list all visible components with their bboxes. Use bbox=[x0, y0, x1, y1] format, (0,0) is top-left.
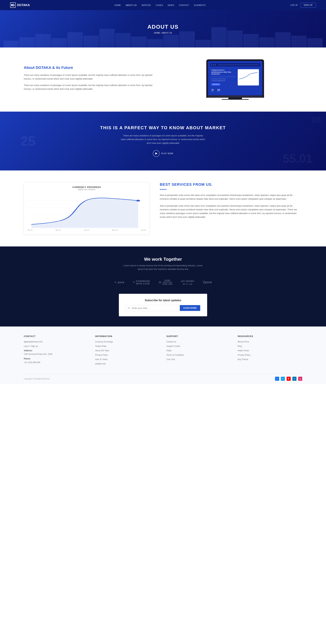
social-youtube[interactable]: ▶ bbox=[287, 377, 291, 381]
partners-heading-bold: Together bbox=[163, 256, 182, 262]
play-circle-icon bbox=[153, 150, 160, 157]
play-button[interactable]: PLAY NOW bbox=[153, 150, 173, 157]
partner-logo-2: ✿ HANDCRAFTEDSARA ANN bbox=[159, 280, 173, 285]
partner-logo-4: 7pure bbox=[203, 280, 212, 284]
subscribe-box: Subscribe for latest updates ✉ SUBSCRIBE bbox=[119, 294, 207, 316]
services-underline bbox=[160, 189, 167, 190]
nav-elements[interactable]: ELEMENTS bbox=[194, 4, 206, 6]
footer-resources-heading: RESOURCES bbox=[238, 335, 302, 338]
nav-cases[interactable]: CASES bbox=[156, 4, 163, 6]
partner-icon-2: ✿ bbox=[159, 280, 161, 284]
social-instagram[interactable]: ig bbox=[298, 377, 302, 381]
footer-info-heading: INFORMATION bbox=[95, 335, 160, 338]
footer-col-contact: CONTACT dgtaka@domain.info Log in / Sign… bbox=[24, 335, 88, 367]
laptop-cta-btn: Learn More bbox=[211, 83, 220, 86]
partner-text-2: HANDCRAFTEDSARA ANN bbox=[162, 280, 173, 285]
about-section: About DGTAKA & its Future There are many… bbox=[0, 48, 326, 112]
laptop-screen-heading: Cryptocurrency is pseudonymous rather th… bbox=[211, 69, 236, 75]
email-icon: ✉ bbox=[126, 307, 132, 309]
partner-icon-1: ♥ bbox=[133, 280, 135, 284]
chart-label-0: Jan-18 bbox=[27, 229, 33, 231]
bg-number-3: 08 bbox=[311, 115, 321, 125]
chart-area bbox=[27, 194, 146, 228]
subscribe-heading: Subscribe for latest updates bbox=[126, 299, 200, 302]
footer-terms-link[interactable]: Terms & Conditions bbox=[166, 354, 231, 356]
social-linkedin[interactable]: in bbox=[292, 377, 296, 381]
footer-col-support: SUPPORT Contact us Support Center Helps … bbox=[166, 335, 231, 367]
services-para2: Sed ut perspiciatis unde omnis iste natu… bbox=[160, 204, 302, 219]
laptop-dot-3 bbox=[215, 64, 216, 65]
footer-contactus-link[interactable]: Contact us bbox=[166, 340, 231, 343]
laptop-navbar bbox=[210, 63, 260, 66]
chart-label-4: Jun-19 bbox=[141, 229, 146, 231]
subscribe-button[interactable]: SUBSCRIBE bbox=[180, 305, 200, 311]
bg-number-2: 55.01 bbox=[283, 152, 312, 165]
nav-about[interactable]: ABOUT US bbox=[126, 4, 137, 6]
footer-buy-theme-link[interactable]: Buy Theme bbox=[238, 358, 302, 361]
navbar-actions: LOG IN SIGN UP bbox=[290, 3, 316, 8]
footer-about-link[interactable]: About DG-Taka bbox=[95, 349, 160, 352]
about-para1: There are many variations of passages of… bbox=[24, 73, 158, 81]
footer-todays-rate-link[interactable]: Todays Rate bbox=[95, 345, 160, 348]
copyright-text: Copyright © All Right Reserved bbox=[24, 378, 50, 380]
nav-contact[interactable]: CONTACT bbox=[179, 4, 189, 6]
partner-text-4: 7pure bbox=[203, 280, 212, 284]
footer: CONTACT dgtaka@domain.info Log in / Sign… bbox=[0, 326, 326, 384]
footer-support-center-link[interactable]: Support Center bbox=[166, 345, 231, 348]
breadcrumb-home: HOME bbox=[154, 32, 160, 34]
breadcrumb: HOME / ABOUT US bbox=[154, 32, 172, 34]
signup-button[interactable]: SIGN UP bbox=[300, 3, 316, 8]
footer-helps-link[interactable]: Helps bbox=[166, 349, 231, 352]
footer-contact-heading: CONTACT bbox=[24, 335, 88, 338]
breadcrumb-current: ABOUT US bbox=[162, 32, 172, 34]
hero-bars bbox=[0, 27, 326, 48]
footer-ewallet-link[interactable]: eWallet Info bbox=[95, 362, 160, 365]
footer-how-to-video-link[interactable]: How To Video bbox=[95, 358, 160, 361]
footer-email-link[interactable]: dgtaka@domain.info bbox=[24, 340, 88, 343]
services-box: BEST SERVICES FROM US. Sed ut perspiciat… bbox=[160, 182, 302, 222]
chart-label-1: Mar-19 bbox=[56, 229, 61, 231]
chart-label-3: May-19 bbox=[112, 229, 118, 231]
chart-title: CURRENCY PROGRESS bbox=[27, 186, 146, 188]
nav-service[interactable]: SERVICE bbox=[141, 4, 151, 6]
footer-bitcoin-price-link[interactable]: Bitcoin Price bbox=[238, 340, 302, 343]
chart-labels: Jan-18 Mar-19 Apr-19 May-19 Jun-19 bbox=[27, 229, 146, 231]
footer-helps-portal-link[interactable]: Helps Portal bbox=[238, 349, 302, 352]
partners-heading: We work Together bbox=[24, 256, 302, 262]
footer-currency-exchange-link[interactable]: Currency Exchange bbox=[95, 340, 160, 343]
footer-bottom: Copyright © All Right Reserved f t ▶ in … bbox=[24, 374, 302, 381]
logo-icon bbox=[10, 2, 16, 8]
subscribe-email-input[interactable] bbox=[132, 305, 180, 311]
laptop-base bbox=[208, 95, 262, 98]
currency-section: CURRENCY PROGRESS Digital Coin Progress … bbox=[0, 170, 326, 246]
svg-rect-2 bbox=[14, 4, 15, 6]
currency-chart-box: CURRENCY PROGRESS Digital Coin Progress … bbox=[24, 182, 150, 234]
laptop-dot-2 bbox=[213, 64, 214, 65]
grid-line-3 bbox=[27, 214, 146, 214]
play-triangle-icon bbox=[155, 152, 157, 155]
nav-home[interactable]: HOME bbox=[114, 4, 121, 6]
footer-privacy-link[interactable]: Privacy Policy bbox=[238, 354, 302, 356]
navbar: DGTAKA HOME ABOUT US SERVICE CASES NEWS … bbox=[0, 0, 326, 10]
footer-support-heading: SUPPORT bbox=[166, 335, 231, 338]
social-facebook[interactable]: f bbox=[275, 377, 279, 381]
footer-address-value: 13th Dominod Road USA. 2158 bbox=[24, 352, 88, 356]
partner-text-0: pure bbox=[118, 281, 124, 284]
svg-rect-0 bbox=[11, 4, 13, 6]
laptop-mockup: Cryptocurrency is pseudonymous rather th… bbox=[206, 59, 264, 100]
grid-line-5 bbox=[27, 228, 146, 228]
partners-description: Lorem Ipsum is simply dummy text of the … bbox=[122, 264, 204, 271]
services-heading: BEST SERVICES FROM US. bbox=[160, 182, 302, 187]
social-twitter[interactable]: t bbox=[281, 377, 285, 381]
footer-live-chat-link[interactable]: Live Chat bbox=[166, 358, 231, 361]
main-nav: HOME ABOUT US SERVICE CASES NEWS CONTACT… bbox=[114, 4, 206, 6]
nav-news[interactable]: NEWS bbox=[168, 4, 174, 6]
logo[interactable]: DGTAKA bbox=[10, 2, 30, 8]
partner-text-1: HANDMADEWITH LOVE bbox=[136, 280, 150, 285]
footer-privacy-policy-link[interactable]: Privacy Policy bbox=[95, 354, 160, 356]
footer-login-link[interactable]: Log in / Sign up bbox=[24, 345, 88, 348]
chart-subtitle: Digital Coin Progress bbox=[27, 188, 146, 190]
login-button[interactable]: LOG IN bbox=[290, 4, 298, 6]
footer-blog-link[interactable]: Blog bbox=[238, 345, 302, 348]
footer-phone-label: Phone: bbox=[24, 357, 88, 360]
